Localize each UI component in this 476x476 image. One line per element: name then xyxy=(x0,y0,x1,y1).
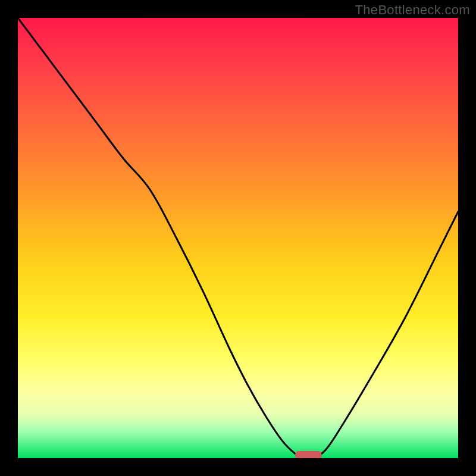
plot-area xyxy=(18,18,458,458)
curve-layer xyxy=(18,18,458,458)
chart-frame: TheBottleneck.com xyxy=(0,0,476,476)
bottleneck-curve xyxy=(18,18,458,458)
optimal-marker xyxy=(295,451,321,458)
watermark-text: TheBottleneck.com xyxy=(355,2,470,18)
